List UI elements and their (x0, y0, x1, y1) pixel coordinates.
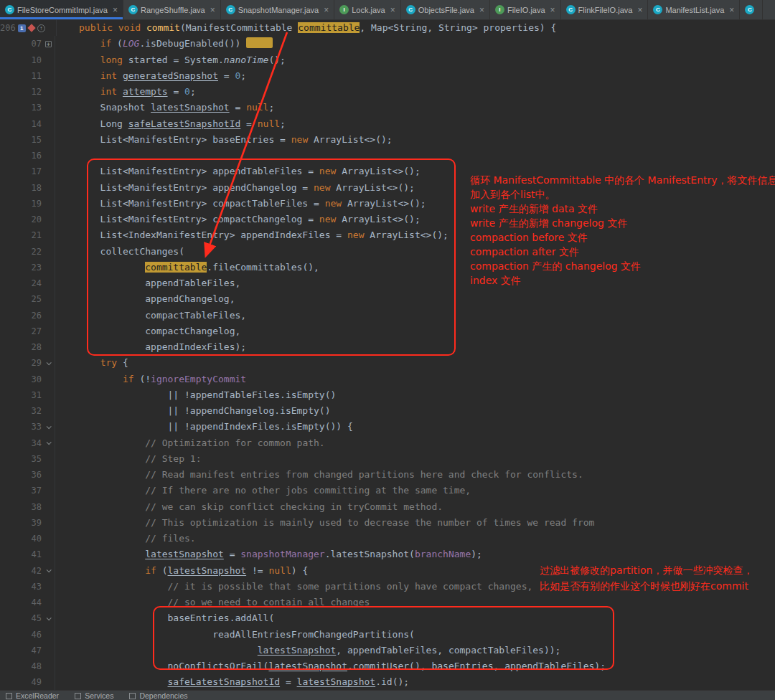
gutter[interactable]: 38 (0, 499, 55, 515)
code-text[interactable]: List<ManifestEntry> compactTableFiles = … (55, 196, 775, 212)
tab-manifestlist-java[interactable]: CManifestList.java× (648, 0, 740, 19)
gutter[interactable]: 36 (0, 467, 55, 483)
gutter[interactable]: 41 (0, 547, 55, 562)
code-text[interactable]: // Read manifest entries from changed pa… (55, 467, 775, 483)
gutter[interactable]: 23 (0, 260, 55, 275)
tab-fileio-java[interactable]: IFileIO.java× (490, 0, 561, 19)
gutter[interactable]: 32 (0, 403, 55, 419)
code-text[interactable]: int generatedSnapshot = 0; (55, 68, 775, 84)
tab-close-icon[interactable]: × (210, 5, 215, 15)
gutter[interactable]: 48 (0, 658, 55, 674)
folded-region[interactable] (246, 37, 273, 48)
code-text[interactable]: appendIndexFiles); (55, 339, 775, 355)
statusbar-item-services[interactable]: Services (75, 691, 113, 700)
tab-close-icon[interactable]: × (390, 5, 395, 15)
code-text[interactable]: || !appendIndexFiles.isEmpty()) { (55, 419, 775, 435)
tab-close-icon[interactable]: × (113, 5, 118, 15)
tab-rangeshuffle-java[interactable]: CRangeShuffle.java× (123, 0, 221, 19)
code-text[interactable]: List<ManifestEntry> compactChangelog = n… (55, 212, 775, 227)
fold-marker-icon[interactable]: + (44, 41, 53, 47)
gutter[interactable]: 40 (0, 531, 55, 547)
gutter[interactable]: 18 (0, 180, 55, 196)
tab-close-icon[interactable]: × (550, 5, 555, 15)
gutter[interactable]: 2061↑ (0, 20, 57, 36)
tab-objectsfile-java[interactable]: CObjectsFile.java× (401, 0, 490, 19)
code-text[interactable]: committable.fileCommittables(), (55, 260, 775, 275)
fold-marker-icon[interactable] (44, 441, 53, 445)
fold-marker-icon[interactable] (44, 425, 53, 429)
override-arrow-icon[interactable]: ↑ (37, 24, 45, 32)
gutter[interactable]: 34 (0, 435, 55, 451)
code-text[interactable]: if (LOG.isDebugEnabled()) (55, 36, 775, 52)
gutter[interactable]: 28 (0, 339, 55, 355)
gutter[interactable]: 20 (0, 212, 55, 227)
tab-close-icon[interactable]: × (324, 5, 329, 15)
code-text[interactable]: || !appendChangelog.isEmpty() (55, 403, 775, 419)
code-text[interactable]: try { (55, 355, 775, 371)
gutter[interactable]: 35 (0, 451, 55, 467)
gutter[interactable]: 25 (0, 291, 55, 307)
gutter[interactable]: 14 (0, 116, 55, 132)
gutter[interactable]: 37 (0, 483, 55, 498)
gutter[interactable]: 47 (0, 643, 55, 658)
gutter[interactable]: 42 (0, 563, 55, 579)
tab-clipped[interactable]: C (740, 0, 763, 19)
code-text[interactable]: noConflictsOrFail(latestSnapshot.commitU… (55, 658, 775, 674)
gutter[interactable]: 49 (0, 674, 55, 690)
code-text[interactable]: if (!ignoreEmptyCommit (55, 372, 775, 387)
gutter[interactable]: 30 (0, 372, 55, 387)
gutter[interactable]: 10 (0, 52, 55, 68)
gutter[interactable]: 44 (0, 595, 55, 610)
code-text[interactable]: List<ManifestEntry> baseEntries = new Ar… (55, 132, 775, 148)
gutter[interactable]: 24 (0, 275, 55, 291)
gutter[interactable]: 21 (0, 227, 55, 243)
gutter[interactable]: 19 (0, 196, 55, 212)
tab-filestorecommitimpl-java[interactable]: CFileStoreCommitImpl.java× (0, 0, 123, 19)
code-text[interactable]: appendChangelog, (55, 291, 775, 307)
tab-close-icon[interactable]: × (479, 5, 484, 15)
code-text[interactable]: safeLatestSnapshotId = latestSnapshot.id… (55, 674, 775, 690)
code-text[interactable]: readAllEntriesFromChangedPartitions( (55, 627, 775, 643)
gutter[interactable]: 27 (0, 323, 55, 339)
fold-marker-icon[interactable] (44, 617, 53, 620)
gutter[interactable]: 22 (0, 244, 55, 260)
code-text[interactable]: if (latestSnapshot != null) { (55, 563, 775, 579)
breakpoint-diamond-icon[interactable] (27, 24, 35, 32)
code-text[interactable]: // Optimization for common path. (55, 435, 775, 451)
fold-marker-icon[interactable] (44, 569, 53, 572)
code-text[interactable]: compactTableFiles, (55, 308, 775, 323)
code-text[interactable]: latestSnapshot, appendTableFiles, compac… (55, 643, 775, 658)
tab-snapshotmanager-java[interactable]: CSnapshotManager.java× (221, 0, 335, 19)
code-text[interactable]: Long safeLatestSnapshotId = null; (55, 116, 775, 132)
gutter[interactable]: 46 (0, 627, 55, 643)
code-text[interactable]: // it is possible that some partitions o… (55, 579, 775, 595)
statusbar-item-excelreader[interactable]: ExcelReader (6, 691, 59, 700)
code-text[interactable]: latestSnapshot = snapshotManager.latestS… (55, 547, 775, 562)
code-text[interactable]: appendTableFiles, (55, 275, 775, 291)
code-text[interactable]: long started = System.nanoTime(); (55, 52, 775, 68)
tab-close-icon[interactable]: × (637, 5, 642, 15)
gutter[interactable]: 16 (0, 148, 55, 164)
gutter[interactable]: 15 (0, 132, 55, 148)
gutter[interactable]: 31 (0, 387, 55, 403)
tab-flinkfileio-java[interactable]: CFlinkFileIO.java× (561, 0, 649, 19)
fold-plus-icon[interactable]: + (45, 41, 52, 47)
gutter[interactable]: 17 (0, 164, 55, 179)
bookmark-icon[interactable]: 1 (18, 24, 26, 32)
code-text[interactable]: // Step 1: (55, 451, 775, 467)
code-text[interactable]: collectChanges( (55, 244, 775, 260)
code-text[interactable]: List<ManifestEntry> appendTableFiles = n… (55, 164, 775, 179)
code-text[interactable]: // If there are no other jobs committing… (55, 483, 775, 498)
gutter[interactable]: 26 (0, 308, 55, 323)
gutter[interactable]: 07+ (0, 36, 55, 52)
code-text[interactable]: || !appendTableFiles.isEmpty() (55, 387, 775, 403)
gutter[interactable]: 29 (0, 355, 55, 371)
code-text[interactable]: // This optimization is mainly used to d… (55, 515, 775, 531)
gutter[interactable]: 39 (0, 515, 55, 531)
code-text[interactable]: List<ManifestEntry> appendChangelog = ne… (55, 180, 775, 196)
tab-close-icon[interactable]: × (729, 5, 734, 15)
code-text[interactable]: baseEntries.addAll( (55, 610, 775, 626)
gutter[interactable]: 45 (0, 610, 55, 626)
statusbar-item-dependencies[interactable]: Dependencies (129, 691, 187, 700)
gutter[interactable]: 12 (0, 84, 55, 100)
